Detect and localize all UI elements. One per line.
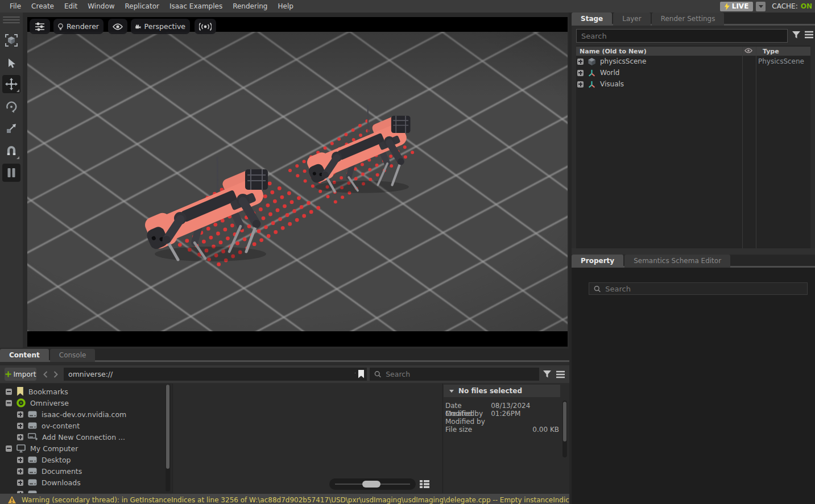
selection-mode-button[interactable] [2, 31, 20, 49]
toolbar-drag-handle[interactable] [3, 16, 20, 25]
back-button[interactable] [41, 368, 50, 381]
expand-plus-icon[interactable] [17, 468, 23, 474]
details-header[interactable]: No files selected [444, 385, 560, 397]
stage-row-world[interactable]: World [572, 67, 734, 78]
stage-row-physicsScene[interactable]: physicsScene [572, 56, 734, 67]
render-settings-button[interactable] [30, 19, 50, 34]
tree-item-documents[interactable]: Documents [17, 465, 82, 477]
sensor-signal-button[interactable] [195, 19, 216, 34]
tree-item-downloads[interactable]: Downloads [17, 477, 81, 488]
menu-rendering[interactable]: Rendering [227, 0, 272, 13]
viewport-canvas[interactable] [27, 32, 568, 331]
details-scrollbar[interactable] [562, 401, 567, 457]
axis-tripod-icon [588, 80, 596, 89]
tab-layer[interactable]: Layer [613, 13, 650, 26]
file-details-pane: No files selected Date Modified 08/13/20… [442, 384, 569, 493]
files-grid-area[interactable] [172, 384, 442, 493]
live-dropdown-button[interactable] [756, 2, 766, 11]
tree-item-isaac-dev[interactable]: isaac-dev.ov.nvidia.com [17, 409, 126, 420]
tree-item-bookmarks[interactable]: Bookmarks [6, 386, 68, 397]
plus-icon [5, 371, 11, 377]
menu-help[interactable]: Help [272, 0, 298, 13]
expand-plus-icon[interactable] [17, 457, 23, 463]
expand-plus-icon[interactable] [17, 423, 23, 429]
detail-value: 0.00 KB [532, 426, 559, 434]
visibility-button[interactable] [108, 19, 127, 34]
scale-tool-button[interactable] [2, 119, 20, 138]
stage-search-input[interactable] [576, 29, 788, 43]
drive-add-icon [28, 433, 38, 441]
status-warning-text[interactable]: Warning (secondary thread): in GetInstan… [22, 496, 569, 504]
view-mode-button[interactable] [418, 478, 431, 490]
stage-filter-button[interactable] [792, 31, 801, 41]
detail-row-date-modified: Date Modified 08/13/2024 01:26PM [445, 402, 559, 410]
menu-file[interactable]: File [5, 0, 26, 13]
renderer-menu-button[interactable]: Renderer [53, 19, 104, 34]
menu-isaac-examples[interactable]: Isaac Examples [164, 0, 227, 13]
tree-item-my-computer[interactable]: My Computer [6, 443, 78, 454]
collapse-minus-icon[interactable] [6, 400, 12, 406]
path-breadcrumb[interactable]: omniverse:// [64, 368, 366, 381]
bookmark-button[interactable] [355, 368, 367, 381]
menu-replicator[interactable]: Replicator [120, 0, 164, 13]
expand-plus-icon[interactable] [17, 480, 23, 486]
collapse-minus-icon[interactable] [6, 389, 12, 395]
right-panel: Stage Layer Render Settings Name (Old to… [572, 13, 815, 504]
content-search-input[interactable] [384, 369, 535, 379]
tree-item-ov-content[interactable]: ov-content [17, 420, 80, 431]
expand-plus-icon[interactable] [577, 70, 584, 76]
column-divider[interactable] [742, 47, 743, 248]
import-button[interactable]: Import [5, 368, 36, 381]
move-tool-button[interactable] [2, 75, 20, 93]
content-filter-button[interactable] [541, 368, 553, 381]
rotate-icon [5, 101, 18, 113]
detail-label: Date Modified [445, 402, 491, 410]
axis-tripod-icon [588, 69, 596, 77]
tab-stage[interactable]: Stage [572, 13, 612, 26]
stage-column-header[interactable]: Name (Old to New) Type [576, 47, 810, 56]
pause-button[interactable] [2, 164, 20, 182]
live-button[interactable]: LIVE [720, 2, 754, 11]
menu-create[interactable]: Create [26, 0, 59, 13]
funnel-icon [792, 31, 801, 39]
slider-thumb[interactable] [362, 481, 380, 488]
expand-plus-icon[interactable] [17, 411, 23, 418]
menu-edit[interactable]: Edit [59, 0, 82, 13]
camera-menu-button[interactable]: Perspective [131, 19, 190, 34]
content-options-button[interactable] [554, 368, 566, 381]
select-tool-button[interactable] [2, 54, 20, 72]
menu-window[interactable]: Window [82, 0, 119, 13]
stage-options-button[interactable] [804, 31, 814, 40]
column-divider[interactable] [756, 47, 756, 248]
panel-splitter-horizontal[interactable] [572, 248, 815, 255]
bookmark-icon [358, 370, 365, 378]
tab-render-settings[interactable]: Render Settings [652, 13, 725, 26]
tab-semantics-schema-editor[interactable]: Semantics Schema Editor [624, 255, 730, 268]
tree-item-omniverse[interactable]: Omniverse [6, 397, 69, 409]
tree-label: Omniverse [30, 399, 69, 407]
stage-tabstrip: Stage Layer Render Settings [572, 13, 815, 26]
tab-console[interactable]: Console [50, 349, 96, 362]
forward-button[interactable] [51, 368, 60, 381]
expand-plus-icon[interactable] [17, 434, 23, 440]
stage-row-visuals[interactable]: Visuals [572, 78, 734, 90]
collapse-minus-icon[interactable] [6, 445, 12, 452]
tree-item-clipped[interactable] [17, 488, 37, 493]
tab-property[interactable]: Property [572, 255, 623, 268]
cube-prim-icon [588, 57, 596, 66]
tab-content[interactable]: Content [0, 349, 49, 362]
snap-tool-button[interactable] [2, 142, 20, 160]
thumbnail-size-slider[interactable] [329, 478, 416, 490]
rotate-tool-button[interactable] [2, 98, 20, 116]
chevron-down-icon [759, 5, 763, 8]
path-value: omniverse:// [68, 370, 113, 378]
renderer-label: Renderer [67, 22, 99, 31]
tree-scrollbar[interactable] [166, 385, 170, 491]
property-search-input[interactable] [605, 283, 802, 294]
expand-plus-icon[interactable] [577, 81, 584, 88]
detail-label: Created by [445, 410, 483, 418]
expand-plus-icon[interactable] [577, 59, 584, 65]
tree-item-desktop[interactable]: Desktop [17, 454, 71, 465]
drive-icon [28, 468, 37, 474]
tree-item-add-new-connection[interactable]: Add New Connection ... [17, 431, 125, 443]
